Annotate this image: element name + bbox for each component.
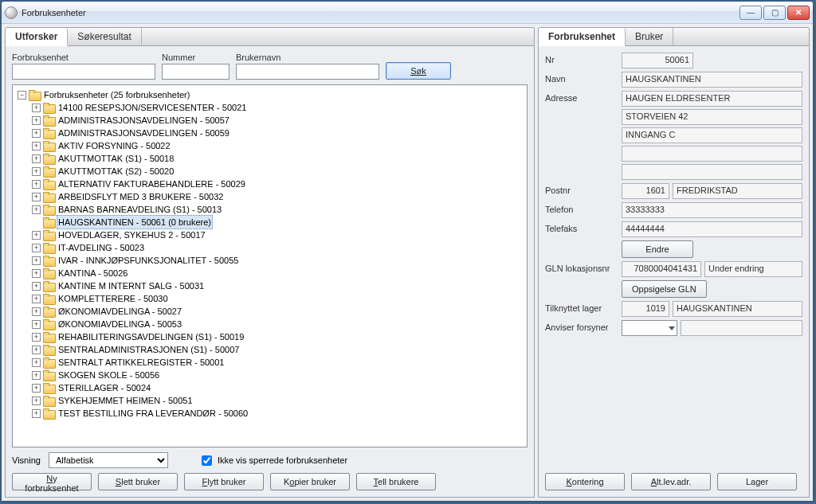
expand-icon[interactable]: +: [32, 180, 41, 189]
forbruksenhet-input[interactable]: [12, 64, 155, 80]
tree-node[interactable]: +KANTINE M INTERNT SALG - 50031: [32, 279, 525, 292]
altlevadr-button[interactable]: Alt.lev.adr.: [631, 473, 711, 490]
app-icon: [5, 6, 18, 19]
tree-node[interactable]: +14100 RESEPSJON/SERVICESENTER - 50021: [32, 101, 525, 114]
folder-icon: [43, 243, 54, 252]
expand-icon[interactable]: +: [32, 358, 41, 367]
tree-root-node[interactable]: − Forbruksenheter (25 forbruksenheter): [18, 88, 525, 101]
tab-forbruksenhet[interactable]: Forbruksenhet: [539, 28, 626, 46]
tree-node[interactable]: +SENTRALADMINISTRASJONEN (S1) - 50007: [32, 343, 525, 356]
expand-icon[interactable]: +: [32, 205, 41, 214]
tree-view[interactable]: − Forbruksenheter (25 forbruksenheter) +…: [12, 84, 528, 447]
tree-node[interactable]: +KANTINA - 50026: [32, 267, 525, 279]
expand-icon[interactable]: +: [32, 244, 41, 252]
tree-node[interactable]: +AKUTTMOTTAK (S2) - 50020: [32, 165, 525, 178]
expand-icon[interactable]: +: [32, 104, 41, 112]
tree-node[interactable]: +ØKONOMIAVDELINGA - 50053: [32, 318, 525, 330]
expand-icon[interactable]: +: [32, 269, 41, 278]
adresse4-value: [622, 146, 802, 162]
search-button[interactable]: Søk: [386, 62, 451, 80]
tree-node[interactable]: +REHABILITERINGSAVDELINGEN (S1) - 50019: [32, 330, 525, 343]
tree-node[interactable]: +HOVEDLAGER, SYKEHUS 2 - 50017: [32, 229, 525, 241]
expand-icon[interactable]: +: [32, 397, 41, 405]
gln-value: 7080004041431: [622, 261, 701, 277]
expand-icon[interactable]: +: [32, 142, 41, 150]
expand-icon[interactable]: +: [32, 256, 41, 265]
tab-bruker[interactable]: Bruker: [626, 28, 673, 45]
right-tabs: Forbruksenhet Bruker: [538, 27, 810, 46]
count-users-button[interactable]: Tell brukere: [356, 473, 436, 490]
lager-button[interactable]: Lager: [717, 473, 797, 490]
endre-button[interactable]: Endre: [622, 240, 693, 258]
tree-node-label: ADMINISTRASJONSAVDELINGEN - 50059: [57, 127, 231, 139]
tree-node-label: SENTRALADMINISTRASJONEN (S1) - 50007: [57, 343, 241, 356]
expand-icon[interactable]: +: [32, 193, 41, 201]
lager-nr-value: 1019: [622, 301, 669, 317]
expand-icon[interactable]: +: [32, 154, 41, 163]
tree-node[interactable]: +ARBEIDSFLYT MED 3 BRUKERE - 50032: [32, 190, 525, 203]
expand-icon[interactable]: +: [32, 409, 41, 418]
expand-icon[interactable]: +: [32, 129, 41, 138]
detail-form: Nr 50061 Navn HAUGSKANTINEN Adresse HAUG…: [545, 53, 802, 336]
tree-node-label: HAUGSKANTINEN - 50061 (0 brukere): [57, 215, 213, 229]
expand-icon[interactable]: +: [32, 307, 41, 316]
tree-node[interactable]: +SYKEHJEMMET HEIMEN - 50051: [32, 394, 525, 407]
maximize-button[interactable]: ▢: [763, 6, 786, 20]
expand-icon[interactable]: +: [32, 384, 41, 393]
expand-icon[interactable]: +: [32, 346, 41, 354]
nummer-input[interactable]: [162, 64, 230, 80]
tab-utforsker[interactable]: Utforsker: [6, 28, 68, 46]
anviser-select[interactable]: [622, 320, 677, 336]
brukernavn-input[interactable]: [236, 64, 379, 80]
expand-icon[interactable]: +: [32, 116, 41, 125]
tree-node[interactable]: +SENTRALT ARTIKKELREGISTER - 50001: [32, 356, 525, 369]
collapse-icon[interactable]: −: [18, 91, 26, 100]
tree-node[interactable]: +ADMINISTRASJONSAVDELINGEN - 50057: [32, 114, 525, 127]
folder-icon: [29, 90, 40, 100]
tree-node[interactable]: +ALTERNATIV FAKTURABEHANDLERE - 50029: [32, 178, 525, 190]
tree-node[interactable]: +BARNAS BARNEAVDELING (S1) - 50013: [32, 203, 525, 216]
expand-icon[interactable]: +: [32, 295, 41, 303]
forbruksenhet-label: Forbruksenhet: [12, 53, 155, 62]
tab-sokeresultat[interactable]: Søkeresultat: [68, 28, 141, 45]
tree-node[interactable]: +AKTIV FORSYNING - 50022: [32, 139, 525, 152]
move-user-button[interactable]: Flytt bruker: [184, 473, 264, 490]
expand-icon[interactable]: +: [32, 231, 41, 240]
expand-icon[interactable]: +: [32, 333, 41, 342]
hide-closed-checkbox[interactable]: [202, 455, 212, 466]
expand-icon[interactable]: +: [32, 167, 41, 176]
tree-node[interactable]: +STERILLAGER - 50024: [32, 381, 525, 394]
copy-user-button[interactable]: Kopier bruker: [270, 473, 350, 490]
folder-icon: [43, 141, 54, 150]
tree-node[interactable]: +HAUGSKANTINEN - 50061 (0 brukere): [32, 216, 525, 229]
tree-node[interactable]: +AKUTTMOTTAK (S1) - 50018: [32, 152, 525, 165]
tree-node[interactable]: +ØKONOMIAVDELINGA - 50027: [32, 305, 525, 318]
tree-node-label: SYKEHJEMMET HEIMEN - 50051: [57, 394, 194, 407]
tree-node-label: IVAR - INNKJØPSFUNKSJONALITET - 50055: [57, 254, 240, 267]
app-window: Forbruksenheter — ▢ ✕ Utforsker Søkeresu…: [1, 1, 814, 502]
close-button[interactable]: ✕: [787, 6, 810, 20]
new-forbruksenhet-button[interactable]: Ny forbruksenhet: [12, 473, 92, 490]
folder-icon: [43, 128, 54, 138]
folder-icon: [43, 408, 54, 418]
expand-icon[interactable]: +: [32, 282, 41, 291]
tree-node[interactable]: +IT-AVDELING - 50023: [32, 241, 525, 254]
folder-icon: [43, 294, 54, 303]
tree-node[interactable]: +ADMINISTRASJONSAVDELINGEN - 50059: [32, 127, 525, 139]
navn-label: Navn: [545, 72, 617, 84]
tree-node[interactable]: +KOMPLETTERERE - 50030: [32, 292, 525, 305]
expand-icon[interactable]: +: [32, 320, 41, 329]
tree-node[interactable]: +TEST BESTILLING FRA LEVERANDØR - 50060: [32, 407, 525, 420]
folder-icon: [43, 396, 54, 405]
tree-node-label: TEST BESTILLING FRA LEVERANDØR - 50060: [57, 407, 249, 420]
tree-node[interactable]: +SKOGEN SKOLE - 50056: [32, 369, 525, 381]
delete-user-button[interactable]: Slett bruker: [98, 473, 178, 490]
expand-icon[interactable]: +: [32, 371, 41, 380]
minimize-button[interactable]: —: [740, 6, 762, 20]
oppsigelse-gln-button[interactable]: Oppsigelse GLN: [622, 280, 707, 298]
titlebar[interactable]: Forbruksenheter — ▢ ✕: [2, 2, 813, 24]
kontering-button[interactable]: Kontering: [545, 473, 625, 490]
tree-node[interactable]: +IVAR - INNKJØPSFUNKSJONALITET - 50055: [32, 254, 525, 267]
left-panearea: Forbruksenhet Nummer Brukernavn Søk: [5, 46, 535, 498]
visning-select[interactable]: Alfabetisk: [49, 452, 168, 468]
